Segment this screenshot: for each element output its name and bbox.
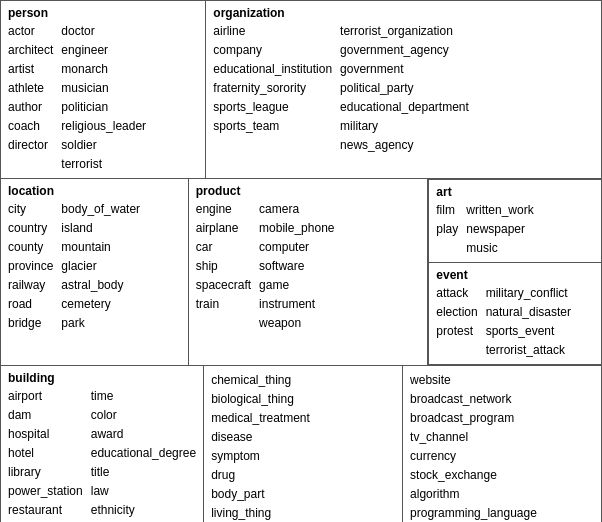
product-col2: camera mobile_phone computer software ga… xyxy=(259,200,334,332)
item: railway xyxy=(8,276,53,294)
item: sports_league xyxy=(213,98,332,116)
event-header: event xyxy=(436,268,594,282)
row-person-org: person actor architect artist athlete au… xyxy=(1,1,601,179)
location-content: city country county province railway roa… xyxy=(8,200,181,332)
item: sports_team xyxy=(213,117,332,135)
item: educational_degree xyxy=(91,444,196,462)
item: tv_channel xyxy=(410,428,537,446)
item: weapon xyxy=(259,314,334,332)
item: mountain xyxy=(61,238,140,256)
item: terrorist_organization xyxy=(340,22,469,40)
item: law xyxy=(91,482,196,500)
location-col2: body_of_water island mountain glacier as… xyxy=(61,200,140,332)
person-header: person xyxy=(8,6,198,20)
item: stock_exchange xyxy=(410,466,537,484)
item: military xyxy=(340,117,469,135)
item: military_conflict xyxy=(486,284,571,302)
person-col1: actor architect artist athlete author co… xyxy=(8,22,53,173)
item: city xyxy=(8,200,53,218)
item: terrorist_attack xyxy=(486,341,571,359)
item: instrument xyxy=(259,295,334,313)
item: director xyxy=(8,136,53,154)
item: power_station xyxy=(8,482,83,500)
item: spacecraft xyxy=(196,276,251,294)
item: color xyxy=(91,406,196,424)
event-content: attack election protest military_conflic… xyxy=(436,284,594,359)
item: game xyxy=(259,276,334,294)
item: government xyxy=(340,60,469,78)
cell-other: website broadcast_network broadcast_prog… xyxy=(403,366,601,522)
product-content: engine airplane car ship spacecraft trai… xyxy=(196,200,421,332)
main-table: person actor architect artist athlete au… xyxy=(0,0,602,522)
item: broadcast_program xyxy=(410,409,537,427)
item: road xyxy=(8,295,53,313)
item: ship xyxy=(196,257,251,275)
organization-content: airline company educational_institution … xyxy=(213,22,594,154)
item: medical_treatment xyxy=(211,409,310,427)
location-header: location xyxy=(8,184,181,198)
misc-col1: chemical_thing biological_thing medical_… xyxy=(211,371,310,522)
item: glacier xyxy=(61,257,140,275)
art-header: art xyxy=(436,185,594,199)
item: body_of_water xyxy=(61,200,140,218)
item: musician xyxy=(61,79,146,97)
item: religious_leader xyxy=(61,117,146,135)
row-location-product-art: location city country county province ra… xyxy=(1,179,601,366)
item: park xyxy=(61,314,140,332)
item: library xyxy=(8,463,83,481)
item: terrorist xyxy=(61,155,146,173)
item: train xyxy=(196,295,251,313)
item: hospital xyxy=(8,425,83,443)
item: engine xyxy=(196,200,251,218)
item: educational_institution xyxy=(213,60,332,78)
item: newspaper xyxy=(466,220,533,238)
item: airplane xyxy=(196,219,251,237)
location-col1: city country county province railway roa… xyxy=(8,200,53,332)
building-col1: airport dam hospital hotel library power… xyxy=(8,387,83,522)
item: author xyxy=(8,98,53,116)
item: airport xyxy=(8,387,83,405)
art-content: film play written_work newspaper music xyxy=(436,201,594,257)
organization-header: organization xyxy=(213,6,594,20)
item: body_part xyxy=(211,485,310,503)
item: algorithm xyxy=(410,485,537,503)
item: living_thing xyxy=(211,504,310,522)
item: software xyxy=(259,257,334,275)
item: title xyxy=(91,463,196,481)
item: cemetery xyxy=(61,295,140,313)
item: news_agency xyxy=(340,136,469,154)
item: natural_disaster xyxy=(486,303,571,321)
item: play xyxy=(436,220,458,238)
item: attack xyxy=(436,284,477,302)
misc-content: chemical_thing biological_thing medical_… xyxy=(211,371,395,522)
person-col2: doctor engineer monarch musician politic… xyxy=(61,22,146,173)
building-content: airport dam hospital hotel library power… xyxy=(8,387,196,522)
cell-organization: organization airline company educational… xyxy=(206,1,601,178)
item: website xyxy=(410,371,537,389)
cell-product: product engine airplane car ship spacecr… xyxy=(189,179,429,365)
product-header: product xyxy=(196,184,421,198)
item: biological_thing xyxy=(211,390,310,408)
cell-building: building airport dam hospital hotel libr… xyxy=(1,366,204,522)
item: artist xyxy=(8,60,53,78)
item: election xyxy=(436,303,477,321)
cell-misc: chemical_thing biological_thing medical_… xyxy=(204,366,403,522)
item: chemical_thing xyxy=(211,371,310,389)
org-col2: terrorist_organization government_agency… xyxy=(340,22,469,154)
item: mobile_phone xyxy=(259,219,334,237)
item: engineer xyxy=(61,41,146,59)
event-col1: attack election protest xyxy=(436,284,477,359)
cell-person: person actor architect artist athlete au… xyxy=(1,1,206,178)
item: protest xyxy=(436,322,477,340)
item: fraternity_sorority xyxy=(213,79,332,97)
cell-event: event attack election protest military_c… xyxy=(428,263,601,365)
item: company xyxy=(213,41,332,59)
item: symptom xyxy=(211,447,310,465)
item: currency xyxy=(410,447,537,465)
row-building-misc-other: building airport dam hospital hotel libr… xyxy=(1,366,601,522)
item: island xyxy=(61,219,140,237)
item: province xyxy=(8,257,53,275)
item: political_party xyxy=(340,79,469,97)
item: county xyxy=(8,238,53,256)
item: computer xyxy=(259,238,334,256)
